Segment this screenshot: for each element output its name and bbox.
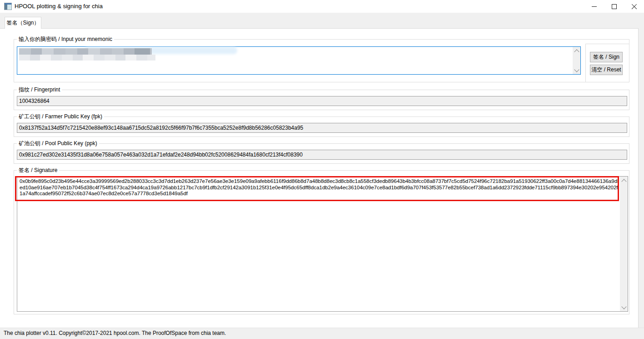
chevron-down-icon xyxy=(621,304,626,309)
chevron-up-icon xyxy=(574,49,579,54)
status-text: The chia plotter v0.11. Copyright©2017-2… xyxy=(4,330,226,336)
pool-public-key-field[interactable]: 0x981c27ed302e31435f31d8a06e758a057e463a… xyxy=(17,150,627,160)
farmer-public-key-field[interactable]: 0x8137f52a134d5f7c7215420e88ef93c148aa67… xyxy=(17,123,627,133)
group-signature: 签名 / Signature 0x0b9fe895c0d23b495e44cce… xyxy=(14,170,629,314)
group-mnemonic-label: 输入你的脑密码 / Input your mnemonic xyxy=(17,36,114,43)
signature-textarea[interactable]: 0x0b9fe895c0d23b495e44cce3a39999569ed2b2… xyxy=(17,176,628,312)
minimize-button[interactable] xyxy=(584,0,604,13)
signature-text: 0x0b9fe895c0d23b495e44cce3a39999569ed2b2… xyxy=(20,178,619,197)
close-icon xyxy=(631,4,637,10)
maximize-icon xyxy=(612,4,617,9)
chevron-up-icon xyxy=(621,179,626,184)
scroll-up-button[interactable] xyxy=(620,177,628,184)
sign-button[interactable]: 签名 / Sign xyxy=(590,52,623,62)
group-mnemonic: 输入你的脑密码 / Input your mnemonic xyxy=(14,39,629,82)
status-bar: The chia plotter v0.11. Copyright©2017-2… xyxy=(0,328,644,339)
mnemonic-scrollbar[interactable] xyxy=(573,47,580,74)
signature-line: 1a74affccadef95072f52c6b374ae07ec8d2e0ce… xyxy=(20,191,619,197)
scroll-down-button[interactable] xyxy=(620,304,628,311)
signature-line: ed10ae916ae707eb1b7045d38c4f754ff1673ca2… xyxy=(20,185,619,191)
fingerprint-field[interactable]: 1004326864 xyxy=(17,96,627,106)
maximize-button[interactable] xyxy=(604,0,624,13)
redacted-mnemonic-blur-row2 xyxy=(19,55,155,61)
group-pool-public-key-label: 矿池公钥 / Pool Public Key (ppk) xyxy=(17,140,99,147)
group-pool-public-key: 矿池公钥 / Pool Public Key (ppk) 0x981c27ed3… xyxy=(14,143,629,164)
redacted-mnemonic-blur xyxy=(19,48,152,55)
app-icon xyxy=(4,3,12,10)
redacted-mnemonic-blur-dark-block xyxy=(135,48,150,55)
scroll-up-button[interactable] xyxy=(573,47,580,55)
minimize-icon xyxy=(592,6,597,7)
reset-button[interactable]: 清空 / Reset xyxy=(590,65,623,75)
mnemonic-textarea[interactable] xyxy=(17,46,581,75)
title-bar: HPOOL plotting & signing for chia xyxy=(0,0,644,13)
tab-sign[interactable]: 签名（Sign） xyxy=(5,17,41,29)
group-signature-label: 签名 / Signature xyxy=(17,167,59,174)
chevron-down-icon xyxy=(574,67,579,72)
group-farmer-public-key-label: 矿工公钥 / Farmer Public Key (fpk) xyxy=(17,113,104,120)
group-actions: 签名 / Sign 清空 / Reset xyxy=(585,44,629,82)
group-fingerprint: 指纹 / Fingerprint 1004326864 xyxy=(14,90,629,110)
group-fingerprint-label: 指纹 / Fingerprint xyxy=(17,86,62,93)
signature-scrollbar[interactable] xyxy=(620,177,628,311)
close-button[interactable] xyxy=(624,0,644,13)
scroll-down-button[interactable] xyxy=(573,66,580,74)
window-title: HPOOL plotting & signing for chia xyxy=(15,0,103,13)
sign-tab-page: 输入你的脑密码 / Input your mnemonic 签名 / Sign … xyxy=(0,28,639,328)
signature-line: 0x0b9fe895c0d23b495e44cce3a39999569ed2b2… xyxy=(20,178,619,185)
group-farmer-public-key: 矿工公钥 / Farmer Public Key (fpk) 0x8137f52… xyxy=(14,116,629,137)
